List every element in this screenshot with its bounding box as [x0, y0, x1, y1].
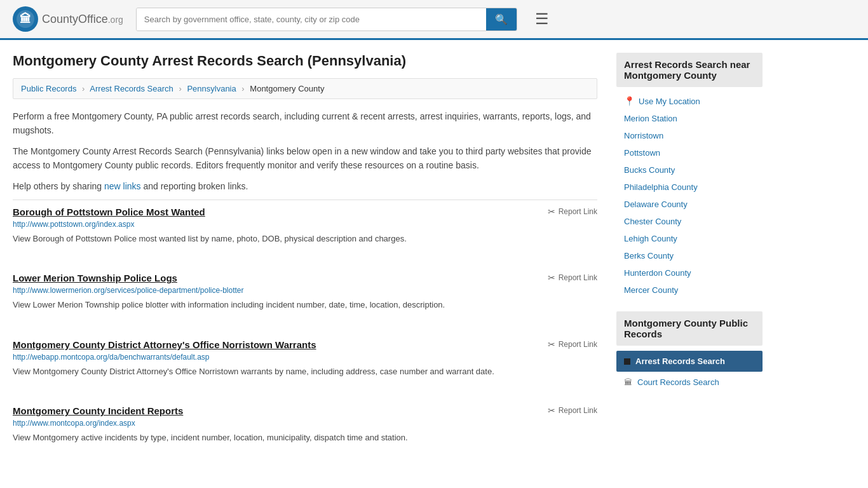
sidebar: Arrest Records Search near Montgomery Co…: [616, 53, 763, 472]
breadcrumb-arrest-records[interactable]: Arrest Records Search: [90, 84, 173, 93]
sidebar-link-delaware-county[interactable]: Delaware County: [616, 196, 763, 213]
report-icon-3: ✂: [548, 339, 555, 349]
sidebar-link-pottstown[interactable]: Pottstown: [616, 144, 763, 161]
active-bullet-icon: [624, 358, 630, 365]
main-container: Montgomery County Arrest Records Search …: [0, 40, 868, 485]
sidebar-link-hunterdon-county[interactable]: Hunterdon County: [616, 264, 763, 281]
search-bar: 🔍: [136, 8, 517, 31]
result-item: Lower Merion Township Police Logs ✂ Repo…: [13, 273, 597, 322]
sidebar-link-mercer-county[interactable]: Mercer County: [616, 281, 763, 299]
result-url-3[interactable]: http://webapp.montcopa.org/da/benchwarra…: [13, 353, 597, 362]
result-item: Montgomery County Incident Reports ✂ Rep…: [13, 405, 597, 454]
hamburger-menu-icon[interactable]: ☰: [535, 10, 549, 28]
logo[interactable]: 🏛 CountyOffice.org: [13, 6, 123, 32]
intro-paragraph-1: Perform a free Montgomery County, PA pub…: [13, 109, 597, 138]
sidebar-link-lehigh-county[interactable]: Lehigh County: [616, 230, 763, 247]
result-url-2[interactable]: http://www.lowermerion.org/services/poli…: [13, 286, 597, 295]
report-link-2[interactable]: ✂ Report Link: [548, 273, 597, 283]
court-records-icon: 🏛: [624, 377, 632, 387]
location-pin-icon: 📍: [624, 96, 635, 106]
intro-paragraph-3: Help others by sharing new links and rep…: [13, 179, 597, 193]
sidebar-link-chester-county[interactable]: Chester County: [616, 213, 763, 230]
result-desc-2: View Lower Merion Township police blotte…: [13, 299, 597, 311]
breadcrumb: Public Records › Arrest Records Search ›…: [13, 78, 597, 99]
breadcrumb-public-records[interactable]: Public Records: [21, 84, 76, 93]
result-desc-4: View Montgomery active incidents by type…: [13, 431, 597, 444]
result-desc-1: View Borough of Pottstown Police most wa…: [13, 233, 597, 245]
breadcrumb-pennsylvania[interactable]: Pennsylvania: [187, 84, 236, 93]
sidebar-link-merion-station[interactable]: Merion Station: [616, 110, 763, 127]
report-icon-4: ✂: [548, 405, 555, 416]
breadcrumb-montgomery: Montgomery County: [250, 84, 324, 93]
result-item: Montgomery County District Attorney's Of…: [13, 339, 597, 388]
sidebar-nearby-title: Arrest Records Search near Montgomery Co…: [616, 53, 763, 87]
result-title-3[interactable]: Montgomery County District Attorney's Of…: [13, 339, 316, 350]
logo-icon: 🏛: [13, 6, 38, 32]
result-url-1[interactable]: http://www.pottstown.org/index.aspx: [13, 220, 597, 229]
result-title-1[interactable]: Borough of Pottstown Police Most Wanted: [13, 207, 205, 217]
result-desc-3: View Montgomery County District Attorney…: [13, 365, 597, 378]
search-button[interactable]: 🔍: [486, 8, 517, 30]
logo-text: CountyOffice.org: [42, 13, 123, 26]
result-title-4[interactable]: Montgomery County Incident Reports: [13, 405, 183, 416]
use-my-location[interactable]: 📍 Use My Location: [616, 92, 763, 110]
sidebar-court-records-link[interactable]: 🏛 Court Records Search: [616, 373, 763, 391]
content-area: Montgomery County Arrest Records Search …: [13, 53, 597, 472]
intro-paragraph-2: The Montgomery County Arrest Records Sea…: [13, 144, 597, 173]
sidebar-nearby-section: Arrest Records Search near Montgomery Co…: [616, 53, 763, 299]
sidebar-public-records-title: Montgomery County Public Records: [616, 311, 763, 346]
sidebar-link-berks-county[interactable]: Berks County: [616, 247, 763, 264]
sidebar-link-bucks-county[interactable]: Bucks County: [616, 161, 763, 179]
new-links-link[interactable]: new links: [104, 181, 141, 191]
svg-text:🏛: 🏛: [20, 12, 31, 25]
search-input[interactable]: [137, 8, 486, 30]
sidebar-link-norristown[interactable]: Norristown: [616, 127, 763, 144]
report-link-3[interactable]: ✂ Report Link: [548, 339, 597, 349]
report-icon-2: ✂: [548, 273, 555, 283]
sidebar-public-records-section: Montgomery County Public Records Arrest …: [616, 311, 763, 391]
report-link-1[interactable]: ✂ Report Link: [548, 207, 597, 217]
result-url-4[interactable]: http://www.montcopa.org/index.aspx: [13, 419, 597, 428]
result-title-2[interactable]: Lower Merion Township Police Logs: [13, 273, 177, 283]
report-icon-1: ✂: [548, 207, 555, 217]
report-link-4[interactable]: ✂ Report Link: [548, 405, 597, 416]
site-header: 🏛 CountyOffice.org 🔍 ☰: [0, 0, 868, 40]
sidebar-link-philadelphia-county[interactable]: Philadelphia County: [616, 179, 763, 196]
sidebar-arrest-records-active[interactable]: Arrest Records Search: [616, 351, 763, 372]
page-title: Montgomery County Arrest Records Search …: [13, 53, 597, 69]
result-item: Borough of Pottstown Police Most Wanted …: [13, 207, 597, 255]
